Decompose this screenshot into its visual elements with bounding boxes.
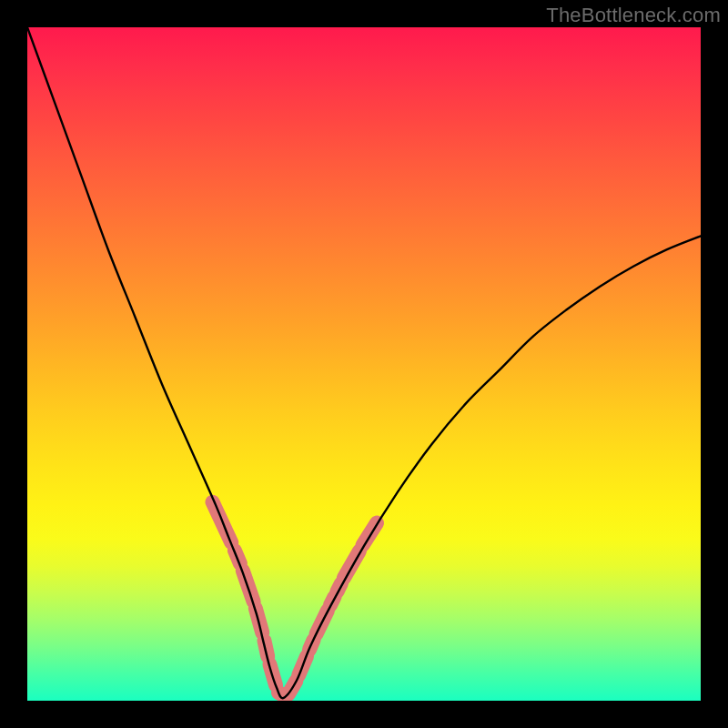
watermark-text: TheBottleneck.com <box>546 4 721 27</box>
marker-group <box>213 502 378 697</box>
curve-marker <box>344 551 359 579</box>
bottleneck-curve <box>27 27 701 698</box>
plot-area <box>27 27 701 701</box>
chart-frame: TheBottleneck.com <box>0 0 728 728</box>
chart-overlay <box>27 27 701 701</box>
